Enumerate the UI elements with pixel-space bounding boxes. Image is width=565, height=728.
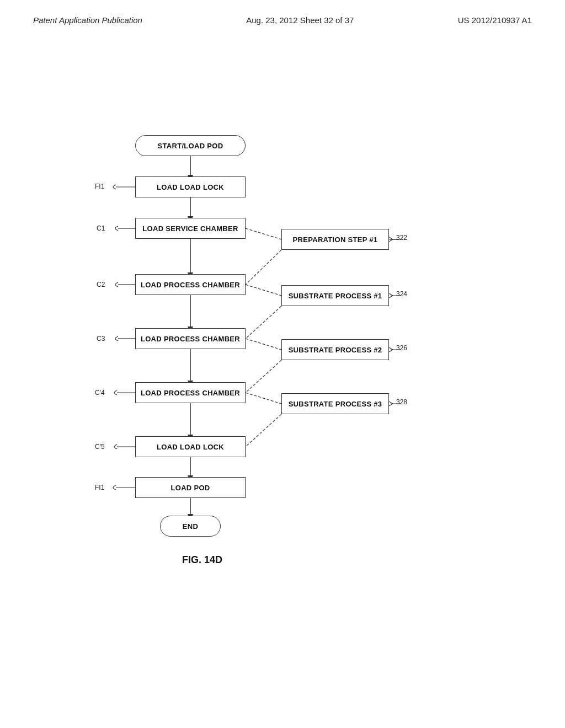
svg-line-29 [389, 350, 393, 352]
substrate-process1-box: SUBSTRATE PROCESS #1 [281, 285, 389, 306]
svg-line-27 [389, 296, 393, 298]
svg-line-22 [246, 393, 281, 404]
label-c2: C2 [97, 281, 105, 288]
label-c5: C'5 [95, 443, 105, 451]
load-pod-box: LOAD POD [135, 477, 246, 498]
svg-line-24 [389, 237, 393, 239]
svg-line-26 [389, 293, 393, 296]
svg-line-31 [389, 404, 393, 406]
load-process-chamber-c2-box: LOAD PROCESS CHAMBER [135, 274, 246, 295]
diagram-area: START/LOAD POD LOAD LOAD LOCK LOAD SERVI… [0, 36, 565, 698]
svg-line-28 [389, 347, 393, 350]
svg-line-25 [389, 239, 393, 242]
sheet-info: Aug. 23, 2012 Sheet 32 of 37 [246, 15, 354, 25]
preparation-step1-box: PREPARATION STEP #1 [281, 229, 389, 250]
start-load-pod-box: START/LOAD POD [135, 135, 246, 156]
svg-line-23 [246, 414, 281, 447]
svg-line-16 [246, 228, 281, 239]
label-324: 324 [396, 290, 407, 298]
figure-caption: FIG. 14D [182, 554, 222, 566]
end-box: END [160, 516, 221, 537]
label-fi1-top: FI1 [95, 183, 104, 190]
load-process-chamber-c3-box: LOAD PROCESS CHAMBER [135, 328, 246, 349]
load-load-lock-top-box: LOAD LOAD LOCK [135, 176, 246, 197]
label-c1: C1 [97, 224, 105, 232]
svg-line-17 [246, 250, 281, 285]
svg-line-18 [246, 285, 281, 296]
svg-line-19 [246, 306, 281, 339]
label-322: 322 [396, 234, 407, 242]
page-header: Patent Application Publication Aug. 23, … [0, 0, 565, 25]
diagram-svg [0, 36, 565, 698]
label-fi1-bot: FI1 [95, 484, 104, 491]
substrate-process2-box: SUBSTRATE PROCESS #2 [281, 339, 389, 360]
load-load-lock-c5-box: LOAD LOAD LOCK [135, 436, 246, 457]
svg-line-20 [246, 339, 281, 350]
publication-label: Patent Application Publication [33, 15, 142, 25]
substrate-process3-box: SUBSTRATE PROCESS #3 [281, 393, 389, 414]
label-328: 328 [396, 398, 407, 406]
label-326: 326 [396, 344, 407, 352]
label-c4: C'4 [95, 389, 105, 397]
svg-line-30 [389, 402, 393, 404]
label-c3: C3 [97, 335, 105, 342]
patent-number: US 2012/210937 A1 [458, 15, 532, 25]
svg-line-21 [246, 360, 281, 393]
load-service-chamber-box: LOAD SERVICE CHAMBER [135, 218, 246, 239]
load-process-chamber-c4-box: LOAD PROCESS CHAMBER [135, 382, 246, 403]
